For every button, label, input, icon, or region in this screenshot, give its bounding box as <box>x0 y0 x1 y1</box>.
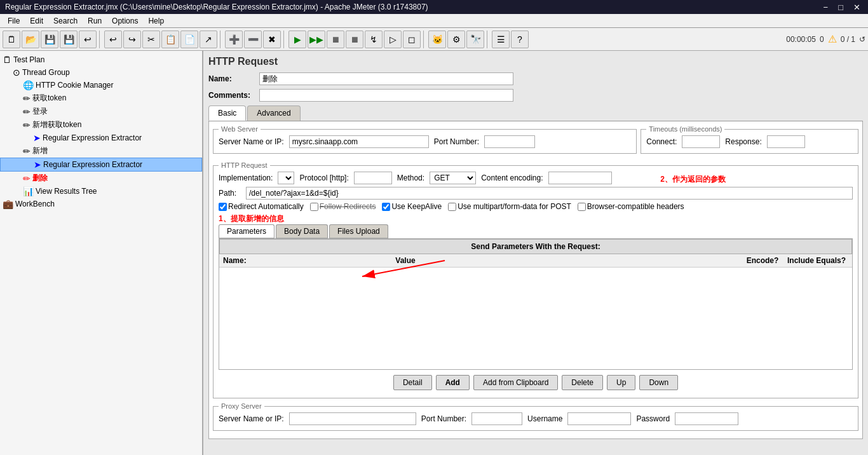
tab-basic[interactable]: Basic <box>208 105 246 121</box>
tree-item-add-token[interactable]: ✏ 新增获取token <box>0 118 202 132</box>
remote-stop-button[interactable]: ◻ <box>403 31 421 48</box>
content-encoding-input[interactable] <box>548 172 612 184</box>
tree-item-shan-chu[interactable]: ✏ 删除 <box>0 172 202 185</box>
paste-button[interactable]: 📄 <box>180 31 198 48</box>
warning-icon: ⚠ <box>828 33 837 45</box>
params-rows <box>219 268 852 369</box>
sub-tabs: Parameters Body Data Files Upload <box>219 224 853 238</box>
stop-button[interactable]: ⏹ <box>327 31 344 48</box>
tree-label-regex-2: Regular Expression Extractor <box>43 160 142 169</box>
name-input[interactable] <box>259 72 513 85</box>
use-multipart-check[interactable]: Use multipart/form-data for POST <box>448 202 571 211</box>
close-button[interactable]: ✕ <box>851 3 863 12</box>
add-from-clipboard-button[interactable]: Add from Clipboard <box>473 375 558 390</box>
tree-item-regex-1[interactable]: ➤ Regular Expression Extractor <box>0 132 202 144</box>
proxy-port-label: Port Number: <box>421 414 466 423</box>
main-tabs: Basic Advanced <box>208 105 863 121</box>
logs-button[interactable]: 🐱 <box>428 31 446 48</box>
clear-button[interactable]: ✖ <box>263 31 281 48</box>
save-as-button[interactable]: 💾 <box>60 31 78 48</box>
panel-title: HTTP Request <box>208 56 863 67</box>
implementation-select[interactable] <box>278 172 294 184</box>
run-all-button[interactable]: ▶▶ <box>308 31 325 48</box>
delete-button[interactable]: Delete <box>562 375 603 390</box>
annotation-text-2: 1、提取新增的信息 <box>219 214 284 223</box>
list-button[interactable]: ☰ <box>492 31 510 48</box>
sub-tab-files-upload[interactable]: Files Upload <box>329 224 388 238</box>
open-button[interactable]: 📂 <box>22 31 39 48</box>
response-label: Response: <box>725 137 761 146</box>
port-label: Port Number: <box>434 137 479 146</box>
settings-button[interactable]: ⚙ <box>447 31 465 48</box>
up-button[interactable]: Up <box>607 375 635 390</box>
menu-options[interactable]: Options <box>107 15 143 27</box>
connect-input[interactable] <box>682 135 720 148</box>
tree-label-test-plan: Test Plan <box>13 55 44 64</box>
proxy-port-input[interactable] <box>471 412 522 425</box>
reset-icon[interactable]: ↺ <box>859 35 865 44</box>
redo-button[interactable]: ↪ <box>123 31 141 48</box>
remote-run-button[interactable]: ▷ <box>384 31 402 48</box>
cut-button[interactable]: ✂ <box>142 31 160 48</box>
detail-button[interactable]: Detail <box>393 375 432 390</box>
proxy-username-input[interactable] <box>567 412 631 425</box>
function-helper[interactable]: 🔭 <box>466 31 484 48</box>
http-request-fieldset: HTTP Request Implementation: Protocol [h… <box>213 161 858 398</box>
tree-item-xin-zeng[interactable]: ✏ 新增 <box>0 144 202 158</box>
toolbar-separator-4 <box>423 31 426 48</box>
tree-item-thread-group[interactable]: ⊙ Thread Group <box>0 66 202 79</box>
timeout-row: Connect: Response: <box>646 135 853 148</box>
menu-edit[interactable]: Edit <box>25 15 48 27</box>
protocol-label: Protocol [http]: <box>299 173 348 182</box>
comments-input[interactable] <box>259 89 513 102</box>
server-name-input[interactable] <box>289 135 429 148</box>
minimize-button[interactable]: − <box>821 3 831 12</box>
shutdown-button[interactable]: ↯ <box>365 31 383 48</box>
down-button[interactable]: Down <box>639 375 678 390</box>
undo-button[interactable]: ↩ <box>104 31 122 48</box>
new-button[interactable]: 🗒 <box>3 31 20 48</box>
tree-item-get-token[interactable]: ✏ 获取token <box>0 92 202 105</box>
save-button[interactable]: 💾 <box>41 31 58 48</box>
menu-run[interactable]: Run <box>83 15 107 27</box>
path-input[interactable] <box>246 187 853 200</box>
sub-tab-body-data[interactable]: Body Data <box>276 224 328 238</box>
tree-item-regex-2[interactable]: ➤ Regular Expression Extractor <box>0 158 202 172</box>
sub-tab-parameters[interactable]: Parameters <box>219 224 275 238</box>
follow-redirects-check[interactable]: Follow Redirects <box>310 202 376 211</box>
method-label: Method: <box>397 173 424 182</box>
tree-item-test-plan[interactable]: 🗒 Test Plan <box>0 53 202 66</box>
copy-button[interactable]: 📋 <box>161 31 179 48</box>
titlebar: Regular Expression Extractor.jmx (C:\Use… <box>0 0 868 14</box>
menu-file[interactable]: File <box>3 15 25 27</box>
port-input[interactable] <box>484 135 535 148</box>
use-keepalive-check[interactable]: Use KeepAlive <box>382 202 442 211</box>
redirect-auto-check[interactable]: Redirect Automatically <box>219 202 304 211</box>
menu-search[interactable]: Search <box>48 15 83 27</box>
help-button[interactable]: ? <box>511 31 529 48</box>
protocol-input[interactable] <box>354 172 392 184</box>
proxy-password-input[interactable] <box>675 412 738 425</box>
menu-help[interactable]: Help <box>143 15 169 27</box>
method-select[interactable]: GET POST PUT DELETE <box>430 172 476 184</box>
tree-item-workbench[interactable]: 💼 WorkBench <box>0 198 202 210</box>
maximize-button[interactable]: □ <box>836 3 846 12</box>
remove-button[interactable]: ➖ <box>244 31 262 48</box>
path-label: Path: <box>219 189 241 198</box>
proxy-server-input[interactable] <box>289 412 416 425</box>
add-button-params[interactable]: Add <box>436 375 470 390</box>
browser-compat-check[interactable]: Browser-compatible headers <box>578 202 684 211</box>
response-input[interactable] <box>767 135 805 148</box>
stop-now-button[interactable]: ⏹ <box>346 31 363 48</box>
expand-button[interactable]: ↗ <box>200 31 217 48</box>
tree-item-login[interactable]: ✏ 登录 <box>0 105 202 118</box>
revert-button[interactable]: ↩ <box>79 31 97 48</box>
run-button[interactable]: ▶ <box>288 31 306 48</box>
tree-item-http-cookie[interactable]: 🌐 HTTP Cookie Manager <box>0 79 202 92</box>
web-server-legend: Web Server <box>219 125 261 133</box>
tree-item-view-results[interactable]: 📊 View Results Tree <box>0 185 202 198</box>
tab-advanced[interactable]: Advanced <box>247 105 300 121</box>
add-button[interactable]: ➕ <box>225 31 243 48</box>
path-row: Path: <box>219 187 853 200</box>
tree-label-add-token: 新增获取token <box>32 119 81 130</box>
